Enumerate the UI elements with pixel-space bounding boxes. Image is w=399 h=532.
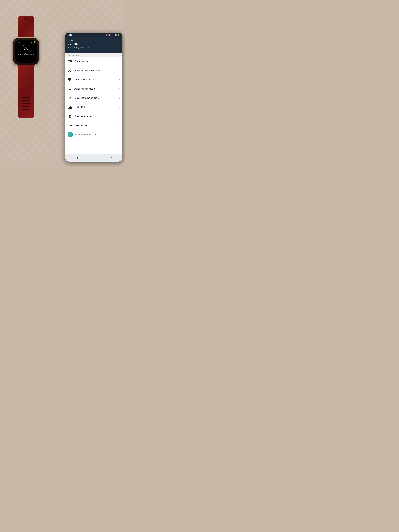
wallet-icon	[68, 59, 72, 64]
page-subtitle: We're updating your Versa 4	[68, 47, 120, 49]
svg-rect-17	[69, 116, 70, 117]
chevron-icon-metrics: ›	[119, 106, 120, 108]
svg-rect-13	[71, 107, 72, 109]
chevron-icon-smart: ›	[119, 115, 120, 118]
svg-point-8	[70, 97, 70, 98]
sync-icon: •••••	[68, 123, 72, 128]
running-icon	[68, 68, 72, 73]
phone-content: Meet your Versa 4 Google Wallet ›	[65, 52, 122, 154]
status-icons: ⏰ 📶 ▌▌▌ 66% 🔋	[106, 34, 120, 36]
chevron-icon-sleep: ›	[119, 88, 120, 90]
nav-back-button[interactable]: ‹	[111, 156, 112, 159]
chevron-icon-fitness: ›	[119, 69, 120, 72]
battery-text: 66%	[114, 34, 117, 36]
chevron-icon-sync: ›	[119, 124, 120, 127]
svg-rect-3	[68, 60, 72, 61]
battery-icon: 🔋	[118, 34, 120, 36]
bottom-cta[interactable]: You can now share sleep data...	[65, 130, 122, 139]
watch-message: Make sure your phone is near your Fitbit…	[17, 52, 35, 57]
wifi-icon: 📶	[108, 34, 110, 36]
watch-battery: 98% 🔋	[31, 42, 35, 43]
progress-dot-3	[72, 50, 73, 51]
menu-item-data-syncing[interactable]: ••••• Data syncing ›	[65, 121, 122, 130]
menu-label-heart-health: Tools for heart health	[75, 78, 119, 81]
progress-dots	[68, 50, 120, 51]
menu-item-stress-management[interactable]: Stress management tools ›	[65, 94, 122, 103]
phone-header: ••••• Installing We're updating your Ver…	[65, 37, 122, 52]
stress-icon	[68, 96, 72, 101]
menu-list: Google Wallet › Advanced fitness & activ…	[65, 57, 122, 154]
menu-item-sleep-tools[interactable]: z Advanced sleep tools ›	[65, 84, 122, 94]
heart-icon	[68, 77, 72, 82]
menu-label-google-wallet: Google Wallet	[75, 60, 119, 63]
band-hole-5	[22, 109, 30, 110]
watch-body: 00:59 98% 🔋 Trying to connect... ! Make …	[13, 37, 39, 65]
status-time: 12:59	[68, 34, 72, 36]
svg-text:!: !	[25, 48, 26, 51]
alarm-icon: ⏰	[106, 34, 108, 36]
nav-home-button[interactable]: ○	[94, 156, 95, 159]
page-title: Installing	[68, 43, 120, 46]
menu-item-google-wallet[interactable]: Google Wallet ›	[65, 57, 122, 66]
svg-point-9	[69, 98, 71, 100]
watch-screen: 00:59 98% 🔋 Trying to connect... ! Make …	[15, 40, 37, 63]
band-hole-1	[22, 96, 30, 98]
cta-text: You can now share sleep data...	[75, 133, 120, 135]
smartwatch: 00:59 98% 🔋 Trying to connect... ! Make …	[7, 16, 44, 118]
smartphone: 12:59 ⏰ 📶 ▌▌▌ 66% 🔋 ••••• Installing We'…	[65, 32, 122, 162]
cta-avatar	[68, 132, 73, 137]
svg-rect-15	[69, 115, 71, 116]
signal-icon: ▌▌▌	[111, 34, 114, 36]
svg-point-5	[70, 69, 71, 70]
svg-rect-12	[70, 106, 71, 109]
warning-icon: !	[23, 47, 29, 51]
menu-item-smart-experiences[interactable]: Smart experiences ›	[65, 112, 122, 121]
phone-navbar: ||| ○ ‹	[65, 154, 122, 162]
watch-band-holes	[22, 96, 30, 110]
progress-dot-2	[69, 50, 72, 51]
watch-band-bottom	[18, 65, 34, 118]
phone-screen: 12:59 ⏰ 📶 ▌▌▌ 66% 🔋 ••••• Installing We'…	[65, 32, 122, 162]
svg-rect-16	[69, 116, 70, 116]
menu-item-heart-health[interactable]: Tools for heart health ›	[65, 75, 122, 84]
band-hole-4	[22, 106, 30, 107]
menu-label-sleep-tools: Advanced sleep tools	[75, 88, 119, 90]
band-hole-2	[22, 100, 30, 101]
status-bar: 12:59 ⏰ 📶 ▌▌▌ 66% 🔋	[65, 32, 122, 37]
watch-band-top	[18, 16, 34, 37]
metrics-icon	[68, 105, 72, 110]
section-label: Meet your Versa 4	[65, 52, 122, 57]
menu-label-health-metrics: Health Metrics	[75, 106, 119, 108]
nav-recents-button[interactable]: |||	[76, 156, 78, 159]
watch-status: Trying to connect...	[20, 44, 32, 46]
svg-rect-4	[70, 61, 72, 62]
menu-item-advanced-fitness[interactable]: Advanced fitness & activity ›	[65, 66, 122, 75]
svg-rect-11	[69, 107, 70, 109]
svg-rect-10	[68, 108, 69, 109]
smart-icon	[68, 114, 72, 119]
band-hole-3	[22, 103, 30, 104]
menu-label-stress-management: Stress management tools	[75, 97, 119, 99]
menu-label-data-syncing: Data syncing	[75, 124, 119, 127]
menu-label-smart-experiences: Smart experiences	[75, 115, 119, 118]
menu-item-health-metrics[interactable]: Health Metrics ›	[65, 103, 122, 112]
chevron-icon-heart: ›	[119, 78, 120, 81]
progress-dot-1	[68, 50, 68, 51]
svg-point-18	[69, 117, 70, 118]
svg-text:z: z	[71, 87, 71, 89]
svg-rect-19	[70, 117, 71, 118]
nav-dots: •••••	[68, 39, 120, 42]
watch-time: 00:59	[17, 42, 20, 43]
chevron-icon-stress: ›	[119, 97, 120, 99]
chevron-icon-wallet: ›	[119, 60, 120, 63]
sleep-icon: z	[68, 86, 72, 91]
menu-label-advanced-fitness: Advanced fitness & activity	[75, 69, 119, 72]
